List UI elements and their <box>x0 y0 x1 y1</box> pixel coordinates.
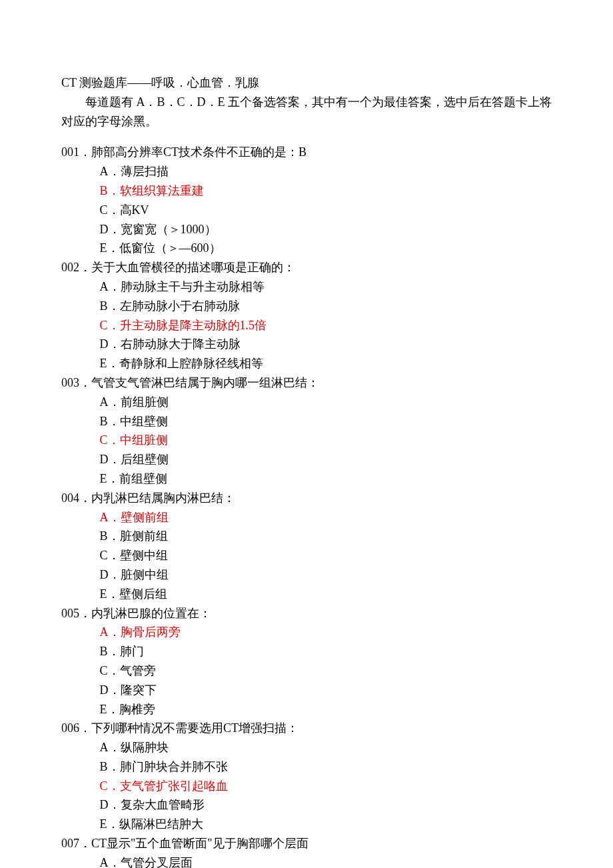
option: E．纵隔淋巴结肿大 <box>61 815 552 834</box>
option: A．壁侧前组 <box>61 508 552 527</box>
option: E．胸椎旁 <box>61 700 552 719</box>
question-stem: 002．关于大血管横径的描述哪项是正确的： <box>61 258 552 277</box>
question-stem: 003．气管支气管淋巴结属于胸内哪一组淋巴结： <box>61 373 552 393</box>
questions-container: 001．肺部高分辨率CT技术条件不正确的是：BA．薄层扫描B．软组织算法重建C．… <box>61 143 552 868</box>
question-text: 肺部高分辨率CT技术条件不正确的是：B <box>91 145 306 159</box>
question-text: 关于大血管横径的描述哪项是正确的： <box>91 261 295 274</box>
option: A．气管分叉层面 <box>61 853 552 868</box>
option: D．后组壁侧 <box>61 450 552 469</box>
question-number: 004． <box>61 491 91 505</box>
option: A．前组脏侧 <box>61 393 552 412</box>
option: C．支气管扩张引起咯血 <box>61 777 552 796</box>
option: D．隆突下 <box>61 681 552 700</box>
option: D．脏侧中组 <box>61 565 552 585</box>
option: E．低窗位（＞—600） <box>61 239 552 258</box>
option: B．软组织算法重建 <box>61 181 552 201</box>
option: D．复杂大血管畸形 <box>61 795 552 815</box>
question-number: 006． <box>61 721 91 735</box>
question-number: 002． <box>61 261 91 274</box>
option: C．高KV <box>61 201 552 220</box>
option: B．左肺动脉小于右肺动脉 <box>61 297 552 316</box>
option: C．壁侧中组 <box>61 546 552 565</box>
option: A．肺动脉主干与升主动脉相等 <box>61 277 552 297</box>
question-number: 007． <box>61 837 91 850</box>
question-stem: 004．内乳淋巴结属胸内淋巴结： <box>61 489 552 508</box>
question-number: 003． <box>61 376 91 389</box>
option: D．右肺动脉大于降主动脉 <box>61 335 552 354</box>
question-stem: 005．内乳淋巴腺的位置在： <box>61 604 552 623</box>
option: C．气管旁 <box>61 661 552 681</box>
option: E．奇静脉和上腔静脉径线相等 <box>61 354 552 373</box>
option: B．脏侧前组 <box>61 527 552 546</box>
question-stem: 007．CT显示"五个血管断面"见于胸部哪个层面 <box>61 834 552 853</box>
option: B．肺门 <box>61 642 552 661</box>
question-text: 气管支气管淋巴结属于胸内哪一组淋巴结： <box>91 376 319 389</box>
question-text: 下列哪种情况不需要选用CT增强扫描： <box>91 721 299 735</box>
option: E．前组壁侧 <box>61 469 552 489</box>
question-stem: 001．肺部高分辨率CT技术条件不正确的是：B <box>61 143 552 162</box>
question-number: 001． <box>61 145 91 159</box>
option: A．胸骨后两旁 <box>61 623 552 642</box>
option: A．薄层扫描 <box>61 162 552 181</box>
document-intro: 每道题有 A．B．C．D．E 五个备选答案，其中有一个为最佳答案，选中后在答题卡… <box>61 93 552 131</box>
option: B．肺门肿块合并肺不张 <box>61 757 552 777</box>
option: B．中组壁侧 <box>61 412 552 431</box>
option: D．宽窗宽（＞1000） <box>61 220 552 239</box>
option: A．纵隔肿块 <box>61 738 552 757</box>
question-text: CT显示"五个血管断面"见于胸部哪个层面 <box>91 837 308 850</box>
document-title: CT 测验题库——呼吸．心血管．乳腺 <box>61 73 552 93</box>
option: C．升主动脉是降主动脉的1.5倍 <box>61 316 552 335</box>
option: E．壁侧后组 <box>61 585 552 604</box>
option: C．中组脏侧 <box>61 431 552 450</box>
question-text: 内乳淋巴结属胸内淋巴结： <box>91 491 235 505</box>
question-stem: 006．下列哪种情况不需要选用CT增强扫描： <box>61 719 552 738</box>
spacer <box>61 131 552 143</box>
question-text: 内乳淋巴腺的位置在： <box>91 607 211 620</box>
question-number: 005． <box>61 607 91 620</box>
